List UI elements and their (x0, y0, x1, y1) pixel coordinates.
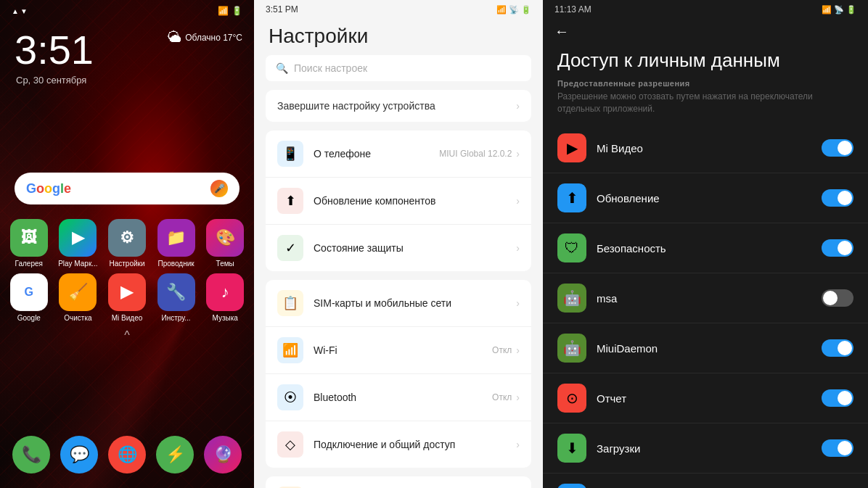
bluetooth-icon: ⦿ (277, 384, 303, 410)
update-app-name: Обновление (597, 192, 822, 204)
back-button[interactable]: ← (543, 17, 868, 46)
app-icon-google: G (10, 273, 48, 311)
app-icon-explorer: 📁 (157, 219, 195, 257)
privacy-item-downloads: ⬇ Загрузки (543, 423, 868, 473)
msa-toggle[interactable] (822, 289, 853, 307)
privacy-item-update: ⬆ Обновление (543, 173, 868, 223)
voice-search-button[interactable]: 🎤 (210, 180, 228, 197)
settings-search-bar[interactable]: 🔍 Поиск настроек (266, 55, 531, 81)
settings-search-placeholder: Поиск настроек (294, 62, 367, 74)
home-status-signal-bars: 📶 (218, 6, 229, 16)
app-cleaner[interactable]: 🧹 Очистка (57, 273, 100, 322)
miuidaemon-app-icon: 🤖 (557, 334, 586, 363)
settings-section-lock: 🔒 Блокировка экрана › (266, 476, 531, 488)
settings-item-sim[interactable]: 📋 SIM-карты и мобильные сети › (266, 280, 531, 327)
privacy-item-msa: 🤖 msa (543, 273, 868, 323)
home-time: 3:51 (0, 19, 254, 73)
security-toggle[interactable] (822, 239, 853, 257)
dock-chrome[interactable]: 🌐 (108, 436, 146, 473)
chevron-right-icon: › (516, 297, 520, 309)
update-toggle[interactable] (822, 189, 853, 207)
dock-phone[interactable]: 📞 (12, 436, 50, 473)
app-label-music: Музыка (213, 314, 238, 322)
msa-app-icon: 🤖 (557, 284, 586, 313)
wifi-right: Откл › (492, 344, 520, 356)
app-icon-music: ♪ (206, 273, 244, 311)
app-label-cleaner: Очистка (64, 314, 91, 322)
home-status-bar: ▲▼ 📶 🔋 (0, 0, 254, 19)
privacy-subtitle: Предоставленные разрешения (543, 79, 868, 88)
app-settings[interactable]: ⚙ Настройки (105, 219, 149, 268)
app-label-mivideo: Mi Видео (112, 314, 143, 322)
weather-icon: 🌥 (168, 29, 182, 46)
settings-section-connectivity: 📋 SIM-карты и мобильные сети › 📶 Wi-Fi О… (266, 280, 531, 468)
app-label-explorer: Проводник (158, 260, 195, 268)
app-themes[interactable]: 🎨 Темы (203, 219, 247, 268)
update-components-title: Обновление компонентов (314, 195, 506, 207)
app-grid-row1: 🖼 Галерея ▶ Play Марк... ⚙ Настройки 📁 П… (0, 204, 254, 268)
connection-icon: ◇ (277, 431, 303, 458)
bluetooth-status: Откл (492, 392, 512, 402)
report-app-icon: ⊙ (557, 384, 586, 413)
settings-setup-banner[interactable]: Завершите настройку устройства › (266, 90, 531, 122)
weather-temp: Облачно 17°C (185, 33, 242, 43)
app-label-playstore: Play Марк... (58, 260, 98, 268)
signal-icon: 📶 (822, 5, 832, 15)
sim-title: SIM-карты и мобильные сети (314, 297, 506, 309)
security-app-icon: 🛡 (557, 233, 586, 262)
app-explorer[interactable]: 📁 Проводник (155, 219, 198, 268)
privacy-panel: 11:13 AM 📶 📡 🔋 ← Доступ к личным данным … (543, 0, 868, 488)
dock-bar: 📞 💬 🌐 ⚡ 🔮 (0, 436, 254, 473)
chevron-right-icon: › (516, 100, 520, 112)
settings-title: Настройки (254, 17, 543, 55)
app-label-themes: Темы (216, 260, 234, 268)
home-date: Ср, 30 сентября (0, 73, 254, 86)
app-label-settings: Настройки (109, 260, 144, 268)
settings-item-lockscreen[interactable]: 🔒 Блокировка экрана › (266, 476, 531, 488)
settings-item-connection[interactable]: ◇ Подключение и общий доступ › (266, 421, 531, 468)
home-status-signal: ▲▼ (12, 7, 28, 15)
chevron-right-icon: › (516, 148, 520, 160)
wifi-icon: 📡 (834, 5, 844, 15)
settings-item-bluetooth[interactable]: ⦿ Bluetooth Откл › (266, 374, 531, 421)
app-tools[interactable]: 🔧 Инстру... (155, 273, 198, 322)
settings-status-time: 3:51 PM (266, 4, 298, 15)
privacy-status-icons: 📶 📡 🔋 (822, 5, 856, 15)
settings-content: Завершите настройку устройства › 📱 О тел… (254, 90, 543, 488)
wifi-title: Wi-Fi (314, 344, 482, 356)
miuidaemon-app-name: MiuiDaemon (597, 342, 822, 355)
app-playstore[interactable]: ▶ Play Марк... (57, 219, 100, 268)
search-bar[interactable]: Google 🎤 (15, 173, 239, 204)
app-gallery[interactable]: 🖼 Галерея (7, 219, 51, 268)
downloads-app-name: Загрузки (597, 442, 822, 455)
security-status-text: Состояние защиты (314, 242, 506, 254)
app-mivideo[interactable]: ▶ Mi Видео (105, 273, 149, 322)
app-music[interactable]: ♪ Музыка (203, 273, 247, 322)
settings-section-about: 📱 О телефоне MIUI Global 12.0.2 › ⬆ Обно… (266, 131, 531, 271)
wifi-icon: 📡 (509, 5, 519, 15)
privacy-item-update-components: ⬆ Обновление компонен... (543, 473, 868, 488)
dock-app5[interactable]: 🔮 (204, 436, 242, 473)
settings-item-update-components[interactable]: ⬆ Обновление компонентов › (266, 178, 531, 225)
about-phone-right: MIUI Global 12.0.2 › (439, 148, 520, 160)
report-toggle[interactable] (822, 389, 853, 407)
mivideo-app-icon: ▶ (557, 133, 586, 162)
privacy-app-list: ▶ Mi Видео ⬆ Обновление 🛡 Безопасность 🤖… (543, 123, 868, 488)
dock-messages[interactable]: 💬 (60, 436, 98, 473)
downloads-toggle[interactable] (822, 439, 853, 457)
mivideo-toggle[interactable] (822, 139, 853, 157)
settings-status-icons: 📶 📡 🔋 (496, 5, 531, 15)
bluetooth-title: Bluetooth (314, 392, 482, 403)
privacy-title: Доступ к личным данным (543, 46, 868, 79)
settings-item-wifi[interactable]: 📶 Wi-Fi Откл › (266, 327, 531, 374)
chevron-right-icon: › (516, 195, 520, 207)
app-google[interactable]: G Google (7, 273, 51, 322)
settings-item-about-phone[interactable]: 📱 О телефоне MIUI Global 12.0.2 › (266, 131, 531, 178)
miuidaemon-toggle[interactable] (822, 339, 853, 357)
wifi-status: Откл (492, 345, 512, 355)
about-phone-text: О телефоне (314, 148, 429, 160)
dock-security[interactable]: ⚡ (156, 436, 194, 473)
wifi-text: Wi-Fi (314, 344, 482, 356)
settings-item-security-status[interactable]: ✓ Состояние защиты › (266, 225, 531, 271)
privacy-status-time: 11:13 AM (554, 4, 591, 15)
